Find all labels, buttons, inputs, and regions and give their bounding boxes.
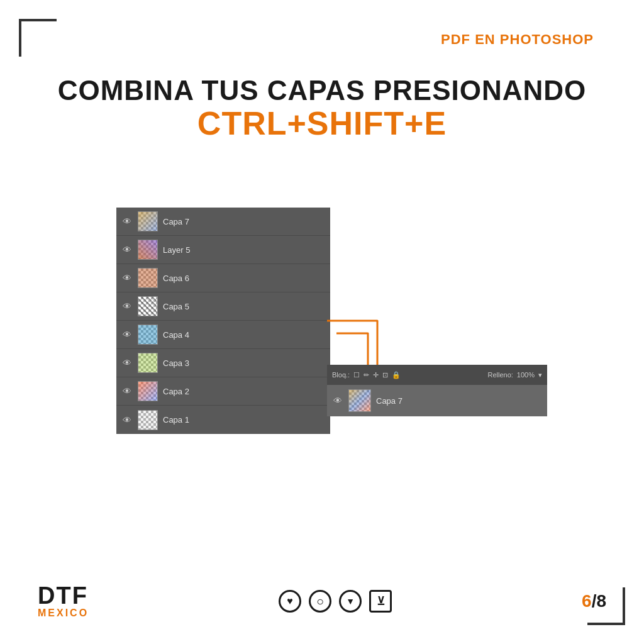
dtf-logo: DTF MEXICO <box>38 584 89 619</box>
result-layer-thumb <box>348 389 371 412</box>
toolbar-relleno-value: 100% <box>517 371 535 379</box>
eye-icon: 👁 <box>121 274 133 282</box>
eye-icon: 👁 <box>121 387 133 396</box>
layer-row: 👁 Capa 2 <box>116 377 330 406</box>
result-eye-icon: 👁 <box>332 396 343 405</box>
page-current: 6 <box>582 591 592 611</box>
layer-thumb <box>138 296 158 316</box>
toolbar-relleno: Relleno: <box>488 371 513 379</box>
layers-panel: 👁 Capa 7 👁 Layer 5 👁 Capa 6 👁 Capa 5 👁 C… <box>116 208 330 434</box>
circle-icon[interactable]: ○ <box>309 590 331 613</box>
result-toolbar: Bloq.: ☐ ✏ ✛ ⊡ 🔒 Relleno: 100% ▾ <box>327 365 547 385</box>
eye-icon: 👁 <box>121 302 133 311</box>
mexico-text: MEXICO <box>38 608 89 619</box>
result-panel: Bloq.: ☐ ✏ ✛ ⊡ 🔒 Relleno: 100% ▾ 👁 Capa … <box>327 365 547 416</box>
bookmark-icon[interactable]: ⊻ <box>369 590 392 613</box>
heart-icon[interactable] <box>279 590 301 613</box>
shortcut-label: CTRL+SHIFT+E <box>0 106 644 142</box>
layer-thumb <box>138 381 158 401</box>
result-layer-name: Capa 7 <box>376 396 402 406</box>
page-total: 8 <box>596 591 606 611</box>
layer-row: 👁 Capa 6 <box>116 264 330 292</box>
toolbar-transform-icon: ⊡ <box>382 371 388 379</box>
layer-name: Capa 5 <box>163 302 189 311</box>
layer-row: 👁 Capa 5 <box>116 292 330 321</box>
corner-decoration-tl <box>19 19 57 57</box>
page-number: 6/8 <box>582 591 606 611</box>
layer-name: Capa 7 <box>163 217 189 226</box>
layer-thumb <box>138 268 158 288</box>
layer-name: Capa 4 <box>163 330 189 340</box>
layer-row: 👁 Capa 1 <box>116 406 330 434</box>
layer-row: 👁 Capa 7 <box>116 208 330 236</box>
layer-name: Capa 1 <box>163 415 189 425</box>
layer-name: Capa 2 <box>163 387 189 396</box>
main-title: COMBINA TUS CAPAS PRESIONANDO CTRL+SHIFT… <box>0 75 644 142</box>
layer-thumb <box>138 325 158 345</box>
layer-thumb <box>138 240 158 260</box>
layer-name: Capa 3 <box>163 358 189 368</box>
eye-icon: 👁 <box>121 358 133 367</box>
dtf-text: DTF <box>38 584 88 608</box>
layer-row: 👁 Layer 5 <box>116 236 330 264</box>
layer-thumb <box>138 410 158 430</box>
layer-thumb <box>138 211 158 231</box>
result-layer-row: 👁 Capa 7 <box>327 385 547 416</box>
social-icons: ○ ▼ ⊻ <box>279 590 392 613</box>
toolbar-bloq: Bloq.: <box>332 371 350 379</box>
main-title-line1: COMBINA TUS CAPAS PRESIONANDO <box>58 75 587 106</box>
toolbar-move-icon: ✛ <box>373 371 379 379</box>
layer-row: 👁 Capa 3 <box>116 349 330 377</box>
layer-name: Layer 5 <box>163 245 190 255</box>
bottom-bar: DTF MEXICO ○ ▼ ⊻ 6/8 <box>0 584 644 619</box>
toolbar-lock2-icon: 🔒 <box>392 371 401 379</box>
toolbar-lock-icon: ☐ <box>353 371 360 379</box>
header-label: PDF EN PHOTOSHOP <box>441 31 594 48</box>
layer-thumb <box>138 353 158 373</box>
down-arrow-icon[interactable]: ▼ <box>339 590 362 613</box>
eye-icon: 👁 <box>121 416 133 425</box>
toolbar-brush-icon: ✏ <box>364 371 369 379</box>
eye-icon: 👁 <box>121 217 133 226</box>
eye-icon: 👁 <box>121 330 133 339</box>
eye-icon: 👁 <box>121 245 133 254</box>
toolbar-dropdown-icon: ▾ <box>538 371 542 379</box>
layer-row: 👁 Capa 4 <box>116 321 330 349</box>
layer-name: Capa 6 <box>163 274 189 283</box>
